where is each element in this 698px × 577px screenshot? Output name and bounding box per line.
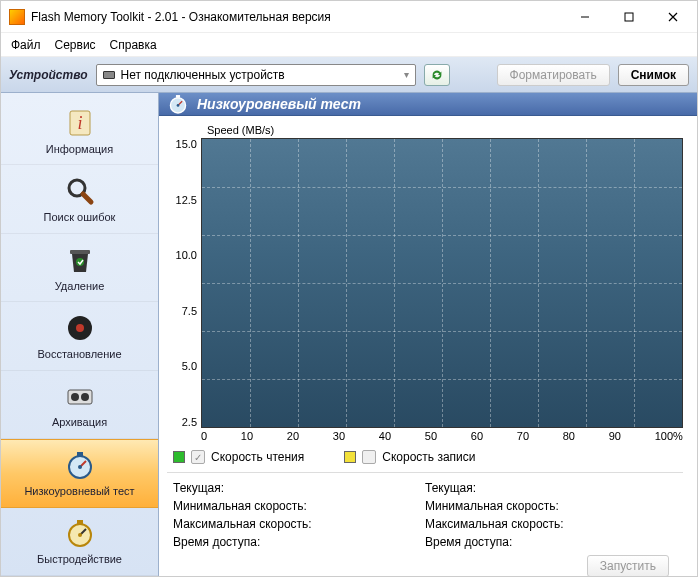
maximize-button[interactable]: [607, 2, 651, 32]
sidebar-item-errors[interactable]: Поиск ошибок: [1, 165, 158, 233]
menu-help[interactable]: Справка: [110, 38, 157, 52]
stat-max: Максимальная скорость:: [425, 515, 677, 533]
archive-icon: [64, 380, 96, 412]
stat-max: Максимальная скорость:: [173, 515, 425, 533]
x-tick: 90: [609, 430, 621, 442]
refresh-button[interactable]: [424, 64, 450, 86]
checkbox-read[interactable]: ✓: [191, 450, 205, 464]
main-panel: Низкоуровневый тест Speed (MB/s) 15.012.…: [159, 93, 697, 576]
minimize-button[interactable]: [563, 2, 607, 32]
sidebar-item-label: Восстановление: [37, 348, 121, 360]
stats-row: Текущая: Минимальная скорость: Максималь…: [167, 473, 683, 577]
stopwatch-gold-icon: [64, 517, 96, 549]
panel-header: Низкоуровневый тест: [159, 93, 697, 116]
x-tick: 50: [425, 430, 437, 442]
device-select[interactable]: Нет подключенных устройств ▾: [96, 64, 416, 86]
svg-point-13: [78, 465, 82, 469]
x-tick: 80: [563, 430, 575, 442]
x-tick: 70: [517, 430, 529, 442]
svg-point-7: [76, 324, 84, 332]
svg-rect-15: [77, 520, 83, 524]
sidebar-item-lowlevel[interactable]: Низкоуровневый тест: [1, 439, 158, 507]
swatch-yellow-icon: [344, 451, 356, 463]
x-tick: 30: [333, 430, 345, 442]
snapshot-button[interactable]: Снимок: [618, 64, 689, 86]
legend-row: ✓ Скорость чтения Скорость записи: [167, 442, 683, 473]
legend-write: Скорость записи: [344, 450, 683, 464]
sidebar-item-info[interactable]: i Информация: [1, 97, 158, 165]
x-tick: 40: [379, 430, 391, 442]
sidebar-item-label: Удаление: [55, 280, 105, 292]
svg-rect-12: [77, 452, 83, 456]
magnifier-icon: [64, 175, 96, 207]
stat-current: Текущая:: [173, 479, 425, 497]
stat-access: Время доступа:: [173, 533, 425, 551]
sidebar-item-perf[interactable]: Быстродействие: [1, 508, 158, 576]
device-value: Нет подключенных устройств: [121, 68, 285, 82]
stat-access: Время доступа:: [425, 533, 677, 551]
svg-point-9: [71, 393, 79, 401]
stat-current: Текущая:: [425, 479, 677, 497]
svg-point-10: [81, 393, 89, 401]
x-tick: 60: [471, 430, 483, 442]
svg-point-19: [177, 104, 180, 107]
legend-read: ✓ Скорость чтения: [173, 450, 304, 464]
titlebar: Flash Memory Toolkit - 2.01 - Ознакомите…: [1, 1, 697, 33]
chevron-down-icon: ▾: [404, 69, 409, 80]
chart-plot: [201, 138, 683, 428]
menu-file[interactable]: Файл: [11, 38, 41, 52]
x-tick: 20: [287, 430, 299, 442]
trash-icon: [64, 244, 96, 276]
menu-service[interactable]: Сервис: [55, 38, 96, 52]
recover-icon: [64, 312, 96, 344]
y-tick: 2.5: [182, 416, 197, 428]
y-tick: 7.5: [182, 305, 197, 317]
y-axis-labels: 15.012.510.07.55.02.5: [167, 138, 201, 442]
menubar: Файл Сервис Справка: [1, 33, 697, 57]
y-tick: 10.0: [176, 249, 197, 261]
chart-area: Speed (MB/s) 15.012.510.07.55.02.5 01020…: [159, 116, 697, 577]
svg-rect-18: [176, 95, 180, 98]
close-button[interactable]: [651, 2, 695, 32]
format-button[interactable]: Форматировать: [497, 64, 610, 86]
legend-read-label: Скорость чтения: [211, 450, 304, 464]
legend-write-label: Скорость записи: [382, 450, 475, 464]
stat-min: Минимальная скорость:: [425, 497, 677, 515]
info-icon: i: [64, 107, 96, 139]
toolbar: Устройство Нет подключенных устройств ▾ …: [1, 57, 697, 93]
app-icon: [9, 9, 25, 25]
svg-rect-4: [70, 250, 90, 254]
x-axis-labels: 0102030405060708090100%: [201, 428, 683, 442]
sidebar-item-label: Архивация: [52, 416, 107, 428]
run-button[interactable]: Запустить: [587, 555, 669, 577]
device-label: Устройство: [9, 68, 88, 82]
sidebar-item-label: Поиск ошибок: [44, 211, 116, 223]
stopwatch-icon: [64, 449, 96, 481]
sidebar-item-recover[interactable]: Восстановление: [1, 302, 158, 370]
swatch-green-icon: [173, 451, 185, 463]
x-tick: 10: [241, 430, 253, 442]
chart-axis-label: Speed (MB/s): [207, 124, 683, 136]
sidebar-item-label: Низкоуровневый тест: [24, 485, 134, 497]
y-tick: 15.0: [176, 138, 197, 150]
window-title: Flash Memory Toolkit - 2.01 - Ознакомите…: [31, 10, 563, 24]
svg-rect-0: [625, 13, 633, 21]
drive-icon: [103, 71, 115, 79]
x-tick: 0: [201, 430, 207, 442]
stats-write: Текущая: Минимальная скорость: Максималь…: [425, 479, 677, 577]
svg-point-16: [78, 533, 82, 537]
app-window: Flash Memory Toolkit - 2.01 - Ознакомите…: [0, 0, 698, 577]
sidebar-item-label: Информация: [46, 143, 113, 155]
panel-title: Низкоуровневый тест: [197, 96, 361, 112]
sidebar-item-label: Быстродействие: [37, 553, 122, 565]
sidebar-item-delete[interactable]: Удаление: [1, 234, 158, 302]
sidebar-item-archive[interactable]: Архивация: [1, 371, 158, 439]
sidebar: i Информация Поиск ошибок Удаление Восст…: [1, 93, 159, 576]
stopwatch-icon: [167, 93, 189, 115]
svg-text:i: i: [77, 113, 82, 133]
y-tick: 12.5: [176, 194, 197, 206]
y-tick: 5.0: [182, 360, 197, 372]
checkbox-write[interactable]: [362, 450, 376, 464]
x-tick: 100%: [655, 430, 683, 442]
stats-read: Текущая: Минимальная скорость: Максималь…: [173, 479, 425, 577]
